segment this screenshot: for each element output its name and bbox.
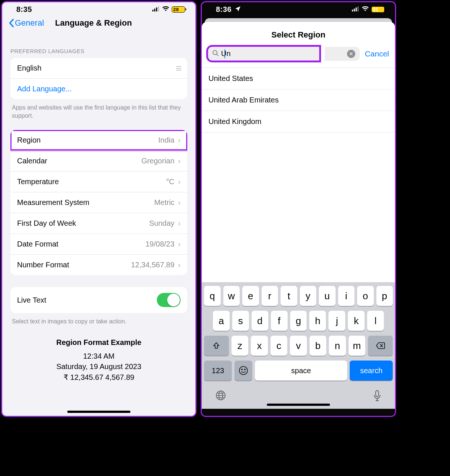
wifi-icon <box>362 6 369 13</box>
key-g[interactable]: g <box>290 311 307 331</box>
key-q[interactable]: q <box>204 286 221 306</box>
region-row[interactable]: Region India› <box>10 130 187 150</box>
screenshot-language-region: 8:35 28⚡ General Language & Region PREFE… <box>1 1 197 417</box>
add-language-button[interactable]: Add Language... <box>10 78 187 99</box>
chevron-left-icon <box>9 19 14 27</box>
key-t[interactable]: t <box>281 286 297 306</box>
globe-icon[interactable] <box>215 390 226 404</box>
key-p[interactable]: p <box>376 286 393 306</box>
row-value: °C <box>166 177 174 186</box>
key-b[interactable]: b <box>310 336 326 356</box>
language-row-english[interactable]: English ≡ <box>10 58 187 78</box>
key-h[interactable]: h <box>309 311 326 331</box>
chevron-right-icon: › <box>178 136 181 144</box>
status-time: 8:35 <box>16 5 32 14</box>
chevron-right-icon: › <box>178 157 181 165</box>
nav-bar: General Language & Region <box>2 15 195 35</box>
firstday-row[interactable]: First Day of Week Sunday› <box>10 213 187 234</box>
key-r[interactable]: r <box>262 286 278 306</box>
result-united-kingdom[interactable]: United Kingdom <box>202 111 395 133</box>
screenshot-select-region: 8:36 31⚡ Select Region <box>201 1 396 417</box>
key-c[interactable]: c <box>271 336 287 356</box>
chevron-right-icon: › <box>178 261 181 269</box>
numberformat-row[interactable]: Number Format 12,34,567.89› <box>10 254 187 275</box>
key-j[interactable]: j <box>328 311 345 331</box>
search-icon <box>212 50 219 58</box>
select-region-sheet: Select Region ✕ Cancel United States Uni… <box>202 22 395 409</box>
search-field-rest[interactable]: ✕ <box>325 47 360 61</box>
backspace-key[interactable] <box>368 336 393 356</box>
back-button[interactable]: General <box>9 18 44 28</box>
key-z[interactable]: z <box>232 336 248 356</box>
region-format-example: Region Format Example 12:34 AM Saturday,… <box>10 338 187 382</box>
row-label: Date Format <box>17 240 58 248</box>
livetext-toggle[interactable] <box>157 293 181 307</box>
home-indicator[interactable] <box>267 404 330 406</box>
svg-rect-1 <box>154 9 155 12</box>
row-label: Measurement System <box>17 198 90 207</box>
sheet-title: Select Region <box>202 22 395 46</box>
measurement-row[interactable]: Measurement System Metric› <box>10 192 187 213</box>
key-v[interactable]: v <box>290 336 307 356</box>
search-field-highlight <box>208 46 320 61</box>
svg-point-10 <box>239 366 247 375</box>
numbers-key[interactable]: 123 <box>204 361 232 381</box>
search-input[interactable] <box>221 49 315 58</box>
key-i[interactable]: i <box>338 286 355 306</box>
result-united-arab-emirates[interactable]: United Arab Emirates <box>202 89 395 111</box>
battery-icon: 31⚡ <box>371 6 385 13</box>
row-value: 12,34,567.89 <box>131 261 175 269</box>
svg-point-11 <box>242 369 242 370</box>
livetext-row[interactable]: Live Text <box>10 287 187 313</box>
languages-footer: Apps and websites will use the first lan… <box>12 104 186 120</box>
wifi-icon <box>162 6 169 13</box>
svg-rect-3 <box>158 6 159 12</box>
search-key[interactable]: search <box>350 361 393 381</box>
row-label: First Day of Week <box>17 219 76 228</box>
temperature-row[interactable]: Temperature °C› <box>10 171 187 192</box>
status-bar: 8:36 31⚡ <box>202 2 395 15</box>
key-y[interactable]: y <box>300 286 317 306</box>
emoji-key[interactable] <box>234 361 252 381</box>
key-d[interactable]: d <box>252 311 268 331</box>
results-list: United States United Arab Emirates Unite… <box>202 68 395 133</box>
key-e[interactable]: e <box>242 286 259 306</box>
chevron-right-icon: › <box>178 177 181 186</box>
svg-rect-0 <box>152 10 153 12</box>
result-united-states[interactable]: United States <box>202 68 395 89</box>
shift-key[interactable] <box>204 336 229 356</box>
battery-icon: 28⚡ <box>172 6 185 13</box>
calendar-row[interactable]: Calendar Gregorian› <box>10 150 187 171</box>
row-value: Gregorian <box>141 157 174 165</box>
key-k[interactable]: k <box>348 311 365 331</box>
space-key[interactable]: space <box>255 361 347 381</box>
dictation-icon[interactable] <box>373 390 382 404</box>
key-l[interactable]: l <box>367 311 384 331</box>
dateformat-row[interactable]: Date Format 19/08/23› <box>10 234 187 254</box>
drag-handle-icon[interactable]: ≡ <box>176 66 181 70</box>
page-title: Language & Region <box>55 18 132 28</box>
key-s[interactable]: s <box>232 311 249 331</box>
svg-rect-2 <box>156 7 157 12</box>
key-m[interactable]: m <box>349 336 365 356</box>
key-x[interactable]: x <box>251 336 268 356</box>
key-f[interactable]: f <box>271 311 288 331</box>
key-n[interactable]: n <box>329 336 346 356</box>
row-value: Sunday <box>149 219 174 228</box>
clear-search-icon[interactable]: ✕ <box>347 50 355 58</box>
cellular-icon <box>352 6 359 13</box>
home-indicator[interactable] <box>67 411 130 413</box>
key-w[interactable]: w <box>223 286 240 306</box>
cellular-icon <box>152 6 160 13</box>
keyboard: qwertyuiop asdfghjkl zxcvbnm 123 space s… <box>202 282 395 409</box>
chevron-right-icon: › <box>178 219 181 228</box>
cancel-button[interactable]: Cancel <box>365 49 389 58</box>
status-bar: 8:35 28⚡ <box>2 2 195 15</box>
status-time: 8:36 <box>216 5 232 13</box>
svg-rect-6 <box>356 7 357 12</box>
key-u[interactable]: u <box>319 286 336 306</box>
key-o[interactable]: o <box>357 286 374 306</box>
svg-rect-4 <box>352 10 353 12</box>
svg-rect-5 <box>354 9 355 12</box>
key-a[interactable]: a <box>213 311 230 331</box>
